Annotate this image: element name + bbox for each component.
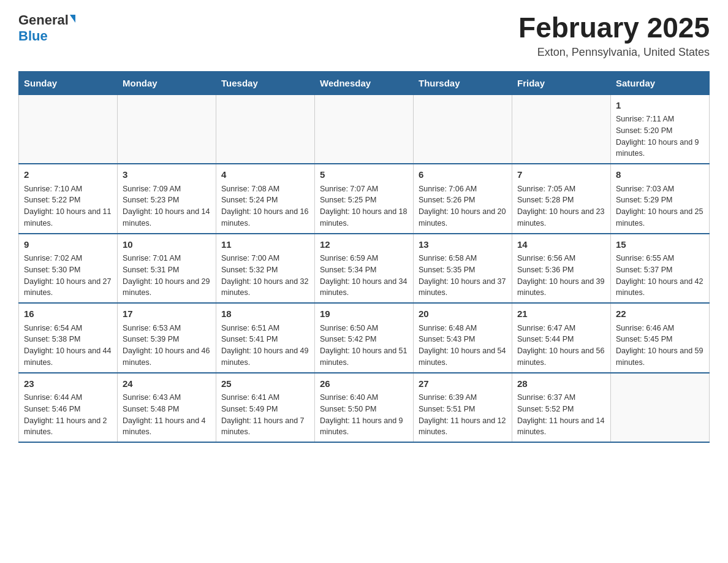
day-number: 3 <box>123 168 211 182</box>
day-info: Sunrise: 6:50 AMSunset: 5:42 PMDaylight:… <box>320 323 408 369</box>
day-info: Sunrise: 6:58 AMSunset: 5:35 PMDaylight:… <box>419 253 507 299</box>
day-number: 7 <box>517 168 605 182</box>
day-info: Sunrise: 6:41 AMSunset: 5:49 PMDaylight:… <box>221 392 309 438</box>
calendar-day: 12Sunrise: 6:59 AMSunset: 5:34 PMDayligh… <box>315 234 414 304</box>
calendar-day: 8Sunrise: 7:03 AMSunset: 5:29 PMDaylight… <box>611 164 710 234</box>
day-info: Sunrise: 6:53 AMSunset: 5:39 PMDaylight:… <box>123 323 211 369</box>
calendar-day: 4Sunrise: 7:08 AMSunset: 5:24 PMDaylight… <box>216 164 315 234</box>
day-number: 19 <box>320 307 408 321</box>
calendar-day: 28Sunrise: 6:37 AMSunset: 5:52 PMDayligh… <box>512 373 611 443</box>
day-info: Sunrise: 6:40 AMSunset: 5:50 PMDaylight:… <box>320 392 408 438</box>
calendar-day <box>216 94 315 164</box>
logo-blue-text: Blue <box>18 28 48 44</box>
day-info: Sunrise: 6:39 AMSunset: 5:51 PMDaylight:… <box>419 392 507 438</box>
day-number: 8 <box>616 168 704 182</box>
calendar-day: 25Sunrise: 6:41 AMSunset: 5:49 PMDayligh… <box>216 373 315 443</box>
day-number: 6 <box>419 168 507 182</box>
day-info: Sunrise: 7:02 AMSunset: 5:30 PMDaylight:… <box>24 253 112 299</box>
day-number: 14 <box>517 238 605 252</box>
calendar-day <box>611 373 710 443</box>
calendar-day <box>414 94 512 164</box>
weekday-wednesday: Wednesday <box>315 71 414 94</box>
day-number: 12 <box>320 238 408 252</box>
calendar-week-4: 16Sunrise: 6:54 AMSunset: 5:38 PMDayligh… <box>19 303 710 373</box>
day-info: Sunrise: 6:56 AMSunset: 5:36 PMDaylight:… <box>517 253 605 299</box>
calendar-day: 23Sunrise: 6:44 AMSunset: 5:46 PMDayligh… <box>19 373 118 443</box>
calendar-day: 16Sunrise: 6:54 AMSunset: 5:38 PMDayligh… <box>19 303 118 373</box>
day-number: 22 <box>616 307 704 321</box>
day-info: Sunrise: 7:11 AMSunset: 5:20 PMDaylight:… <box>616 113 704 159</box>
day-info: Sunrise: 6:55 AMSunset: 5:37 PMDaylight:… <box>616 253 704 299</box>
day-info: Sunrise: 6:37 AMSunset: 5:52 PMDaylight:… <box>517 392 605 438</box>
title-section: February 2025 Exton, Pennsylvania, Unite… <box>518 12 710 59</box>
day-number: 2 <box>24 168 112 182</box>
day-info: Sunrise: 7:10 AMSunset: 5:22 PMDaylight:… <box>24 183 112 229</box>
day-info: Sunrise: 6:54 AMSunset: 5:38 PMDaylight:… <box>24 323 112 369</box>
calendar-day: 14Sunrise: 6:56 AMSunset: 5:36 PMDayligh… <box>512 234 611 304</box>
day-info: Sunrise: 7:00 AMSunset: 5:32 PMDaylight:… <box>221 253 309 299</box>
calendar-day <box>315 94 414 164</box>
calendar-day: 18Sunrise: 6:51 AMSunset: 5:41 PMDayligh… <box>216 303 315 373</box>
day-number: 28 <box>517 377 605 391</box>
day-info: Sunrise: 7:01 AMSunset: 5:31 PMDaylight:… <box>123 253 211 299</box>
day-number: 20 <box>419 307 507 321</box>
day-info: Sunrise: 6:48 AMSunset: 5:43 PMDaylight:… <box>419 323 507 369</box>
day-number: 25 <box>221 377 309 391</box>
page-header: General Blue February 2025 Exton, Pennsy… <box>18 12 710 59</box>
calendar-day: 6Sunrise: 7:06 AMSunset: 5:26 PMDaylight… <box>414 164 512 234</box>
calendar-day: 10Sunrise: 7:01 AMSunset: 5:31 PMDayligh… <box>118 234 216 304</box>
logo: General Blue <box>18 12 75 44</box>
day-info: Sunrise: 7:05 AMSunset: 5:28 PMDaylight:… <box>517 183 605 229</box>
day-number: 16 <box>24 307 112 321</box>
calendar-week-1: 1Sunrise: 7:11 AMSunset: 5:20 PMDaylight… <box>19 94 710 164</box>
weekday-header-row: SundayMondayTuesdayWednesdayThursdayFrid… <box>19 71 710 94</box>
calendar-day: 26Sunrise: 6:40 AMSunset: 5:50 PMDayligh… <box>315 373 414 443</box>
calendar-day: 2Sunrise: 7:10 AMSunset: 5:22 PMDaylight… <box>19 164 118 234</box>
day-info: Sunrise: 7:03 AMSunset: 5:29 PMDaylight:… <box>616 183 704 229</box>
calendar-day: 1Sunrise: 7:11 AMSunset: 5:20 PMDaylight… <box>611 94 710 164</box>
calendar-day: 24Sunrise: 6:43 AMSunset: 5:48 PMDayligh… <box>118 373 216 443</box>
day-info: Sunrise: 6:51 AMSunset: 5:41 PMDaylight:… <box>221 323 309 369</box>
calendar-day: 20Sunrise: 6:48 AMSunset: 5:43 PMDayligh… <box>414 303 512 373</box>
logo-general-text: General <box>18 12 69 28</box>
calendar-week-3: 9Sunrise: 7:02 AMSunset: 5:30 PMDaylight… <box>19 234 710 304</box>
calendar-day: 15Sunrise: 6:55 AMSunset: 5:37 PMDayligh… <box>611 234 710 304</box>
day-info: Sunrise: 6:43 AMSunset: 5:48 PMDaylight:… <box>123 392 211 438</box>
day-number: 13 <box>419 238 507 252</box>
calendar-day <box>512 94 611 164</box>
calendar-day: 11Sunrise: 7:00 AMSunset: 5:32 PMDayligh… <box>216 234 315 304</box>
location-text: Exton, Pennsylvania, United States <box>518 46 710 59</box>
calendar-table: SundayMondayTuesdayWednesdayThursdayFrid… <box>18 71 710 443</box>
weekday-friday: Friday <box>512 71 611 94</box>
calendar-day <box>19 94 118 164</box>
weekday-saturday: Saturday <box>611 71 710 94</box>
calendar-header: SundayMondayTuesdayWednesdayThursdayFrid… <box>19 71 710 94</box>
calendar-day: 22Sunrise: 6:46 AMSunset: 5:45 PMDayligh… <box>611 303 710 373</box>
calendar-day: 19Sunrise: 6:50 AMSunset: 5:42 PMDayligh… <box>315 303 414 373</box>
day-info: Sunrise: 6:47 AMSunset: 5:44 PMDaylight:… <box>517 323 605 369</box>
weekday-monday: Monday <box>118 71 216 94</box>
day-number: 27 <box>419 377 507 391</box>
calendar-day: 17Sunrise: 6:53 AMSunset: 5:39 PMDayligh… <box>118 303 216 373</box>
day-number: 15 <box>616 238 704 252</box>
day-number: 1 <box>616 99 704 113</box>
calendar-body: 1Sunrise: 7:11 AMSunset: 5:20 PMDaylight… <box>19 94 710 442</box>
calendar-week-5: 23Sunrise: 6:44 AMSunset: 5:46 PMDayligh… <box>19 373 710 443</box>
day-number: 5 <box>320 168 408 182</box>
day-info: Sunrise: 6:46 AMSunset: 5:45 PMDaylight:… <box>616 323 704 369</box>
day-info: Sunrise: 7:07 AMSunset: 5:25 PMDaylight:… <box>320 183 408 229</box>
day-number: 21 <box>517 307 605 321</box>
day-number: 17 <box>123 307 211 321</box>
day-info: Sunrise: 7:09 AMSunset: 5:23 PMDaylight:… <box>123 183 211 229</box>
day-info: Sunrise: 6:59 AMSunset: 5:34 PMDaylight:… <box>320 253 408 299</box>
day-number: 26 <box>320 377 408 391</box>
day-number: 23 <box>24 377 112 391</box>
calendar-day: 7Sunrise: 7:05 AMSunset: 5:28 PMDaylight… <box>512 164 611 234</box>
day-info: Sunrise: 7:06 AMSunset: 5:26 PMDaylight:… <box>419 183 507 229</box>
weekday-thursday: Thursday <box>414 71 512 94</box>
calendar-day <box>118 94 216 164</box>
day-number: 11 <box>221 238 309 252</box>
month-title: February 2025 <box>518 12 710 44</box>
weekday-sunday: Sunday <box>19 71 118 94</box>
day-info: Sunrise: 6:44 AMSunset: 5:46 PMDaylight:… <box>24 392 112 438</box>
